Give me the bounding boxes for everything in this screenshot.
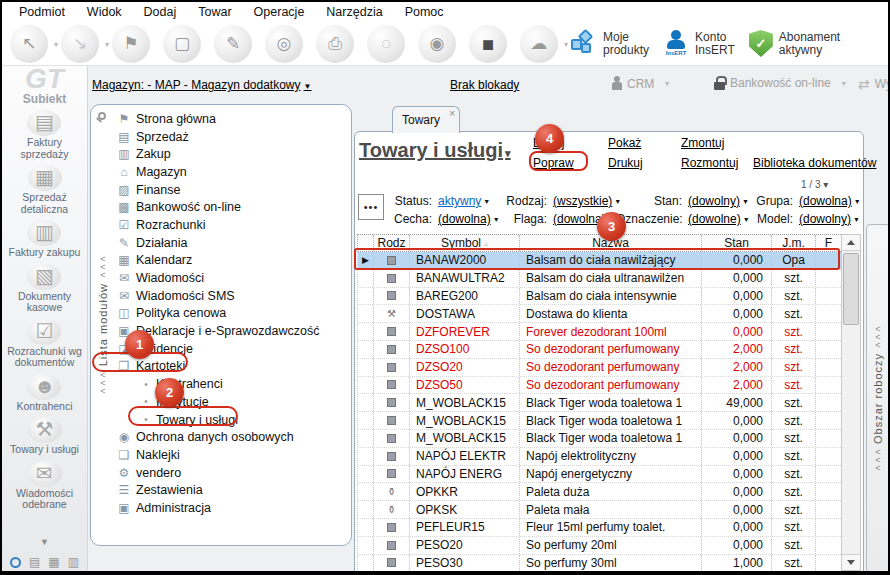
tree-item-magazyn[interactable]: ⌂Magazyn: [115, 163, 349, 181]
table-row[interactable]: ⚱OPKSKPaleta mała0,000szt.: [358, 501, 841, 519]
tree-item-zakup[interactable]: ▥Zakup: [115, 145, 349, 163]
wyslij-odbierz-button[interactable]: ⇄Wyślij/Odbierz▾: [858, 76, 890, 92]
workspace-strip[interactable]: <<< Obszar roboczy <<<: [866, 224, 890, 573]
sidebar-item-dokumenty-kasowe[interactable]: ▧Dokumentykasowe: [18, 264, 71, 314]
menu-item-dodaj[interactable]: Dodaj: [133, 5, 188, 19]
new-document-icon[interactable]: ▢: [163, 25, 201, 63]
filter-stan[interactable]: (dowolny): [688, 194, 740, 208]
tree-item-administracja[interactable]: ▣Administracja: [115, 499, 349, 517]
tab-close-icon[interactable]: ×: [449, 108, 455, 119]
magazyn-selector[interactable]: Magazyn: - MAP - Magazyn dodatkowy▼: [92, 78, 311, 92]
edit-document-icon[interactable]: ✎: [214, 25, 252, 63]
sidebar-item-kontrahenci[interactable]: ☻Kontrahenci: [16, 374, 72, 413]
tree-item-zestawienia[interactable]: ☰Zestawienia: [115, 481, 349, 499]
tree-item-wiadomosci[interactable]: ✉Wiadomości: [115, 269, 349, 287]
scroll-up-icon[interactable]: [842, 235, 860, 251]
tree-item-naklejki[interactable]: ❏Naklejki: [115, 446, 349, 464]
menu-item-narzędzia[interactable]: Narzędzia: [315, 5, 393, 19]
action-zmontuj[interactable]: Zmontuj: [681, 136, 724, 150]
sidebar-item-towary-i-uslugi[interactable]: ⚒Towary i usługi: [10, 417, 79, 456]
tree-item-bankowosc-on-line[interactable]: ▩Bankowość on-line: [115, 198, 349, 216]
annotation-badge-3: 3: [597, 212, 626, 241]
table-row[interactable]: PESO30So perfumy 30ml1,000szt.: [358, 555, 841, 571]
tree-item-kontrahenci[interactable]: •Kontrahenci: [115, 375, 349, 393]
scrollbar-thumb[interactable]: [843, 253, 859, 325]
crm-button[interactable]: CRM▾: [612, 76, 669, 91]
tree-item-wiadomosci-sms[interactable]: ✉Wiadomości SMS: [115, 287, 349, 305]
sidebar-view-box-icon[interactable]: ▥: [68, 554, 79, 570]
menu-item-pomoc[interactable]: Pomoc: [394, 5, 455, 19]
tree-item-dzialania[interactable]: ✎Działania: [115, 234, 349, 252]
table-row[interactable]: M_WOBLACK15Black Tiger woda toaletowa 14…: [358, 394, 841, 412]
sidebar-item-faktury-zakupu[interactable]: ▥Faktury zakupu: [9, 220, 81, 259]
filter-rodzaj[interactable]: (wszystkie): [553, 194, 612, 208]
page-title[interactable]: Towary i usługi▾: [359, 139, 511, 162]
cube-icon[interactable]: ■: [469, 25, 507, 63]
table-row[interactable]: DZFOREVERForever dezodorant 100ml0,000sz…: [358, 323, 841, 341]
find-document-icon[interactable]: ◎: [265, 25, 303, 63]
filter-model[interactable]: (dowolny): [799, 212, 851, 226]
sidebar-items: ▤Fakturysprzedaży▦Sprzedażdetaliczna▥Fak…: [2, 110, 87, 511]
sidebar-view-sales-icon[interactable]: ▤: [29, 554, 40, 570]
more-filters-button[interactable]: •••: [358, 194, 384, 220]
tree-item-strona-glowna[interactable]: ⚑Strona główna: [115, 110, 349, 128]
print-icon[interactable]: ⎙: [316, 25, 354, 63]
filter-oznaczenie[interactable]: (dowolne): [688, 212, 741, 226]
abonament-button[interactable]: ✓ Abonament aktywny: [749, 30, 876, 57]
table-row[interactable]: DZSO100So dezodorant perfumowany2,000szt…: [358, 341, 841, 359]
action-rozmontuj[interactable]: Rozmontuj: [681, 156, 738, 170]
table-scrollbar[interactable]: [841, 234, 861, 571]
sidebar-collapse-icon[interactable]: ▼: [2, 537, 87, 547]
module-strip[interactable]: <<< Lista modułów <<<: [91, 105, 115, 545]
menu-item-towar[interactable]: Towar: [187, 5, 242, 19]
konto-insert-button[interactable]: InsERT KontoInsERT: [663, 30, 735, 58]
blokada-link[interactable]: Brak blokady: [450, 78, 519, 92]
action-pokaz[interactable]: Pokaż: [608, 136, 641, 150]
tree-item-rozrachunki[interactable]: ☑Rozrachunki: [115, 216, 349, 234]
table-row[interactable]: ⚱OPKKRPaleta duża0,000szt.: [358, 483, 841, 501]
tree-item-vendero[interactable]: ⚙vendero: [115, 464, 349, 482]
menu-item-operacje[interactable]: Operacje: [243, 5, 316, 19]
table-row[interactable]: NAPÓJ ENERGNapój energetyczny0,000szt.: [358, 466, 841, 484]
table-row[interactable]: BAREG200Balsam do ciała intensywnie0,000…: [358, 288, 841, 306]
refresh-icon[interactable]: ◌: [367, 25, 405, 63]
table-row[interactable]: BANAWULTRA2Balsam do ciała ultranawilżen…: [358, 270, 841, 288]
tree-item-polityka-cenowa[interactable]: ◫Polityka cenowa: [115, 305, 349, 323]
nav-back-icon[interactable]: ↖▾: [10, 25, 48, 63]
flag-icon[interactable]: ⚑: [112, 25, 150, 63]
tree-item-kalendarz[interactable]: ▦Kalendarz: [115, 252, 349, 270]
filter-cecha[interactable]: (dowolna): [438, 212, 491, 226]
menu-item-widok[interactable]: Widok: [76, 5, 133, 19]
sidebar-item-faktury-sprzedazy[interactable]: ▤Fakturysprzedaży: [21, 110, 69, 160]
globe-icon[interactable]: ◉: [418, 25, 456, 63]
table-row[interactable]: PEFLEUR15Fleur 15ml perfumy toalet.0,000…: [358, 519, 841, 537]
sidebar-item-rozrachunki-wg-dokumentow[interactable]: ☑Rozrachunki wgdokumentów: [7, 319, 82, 369]
filter-status[interactable]: aktywny: [438, 194, 481, 208]
tree-item-ochrona-danych-osobowych[interactable]: ◉Ochrona danych osobowych: [115, 428, 349, 446]
table-row[interactable]: NAPÓJ ELEKTRNapój elektrolityczny0,000sz…: [358, 448, 841, 466]
sidebar-view-circle-icon[interactable]: [10, 557, 21, 568]
menu-item-podmiot[interactable]: Podmiot: [8, 5, 76, 19]
moje-produkty-button[interactable]: Mojeprodukty: [571, 31, 649, 57]
cloud-sync-icon[interactable]: ☁▾: [520, 25, 558, 63]
action-biblioteka[interactable]: Biblioteka dokumentów: [753, 156, 876, 170]
filter-grupa[interactable]: (dowolna): [799, 194, 852, 208]
product-icon: [387, 363, 396, 372]
table-row[interactable]: DZSO50So dezodorant perfumowany2,000szt.: [358, 377, 841, 395]
sidebar-item-wiadomosci-odebrane[interactable]: ✉Wiadomościodebrane: [16, 461, 73, 511]
tree-item-sprzedaz[interactable]: ▤Sprzedaż: [115, 128, 349, 146]
sidebar-view-basket-icon[interactable]: ▦: [48, 554, 59, 570]
filter-pager[interactable]: 1 / 3 ▾: [801, 179, 828, 190]
nav-forward-icon[interactable]: ↘▾: [61, 25, 99, 63]
table-row[interactable]: M_WOBLACK15Black Tiger woda toaletowa 10…: [358, 412, 841, 430]
table-row[interactable]: ⚒DOSTAWADostawa do klienta0,000szt.: [358, 305, 841, 323]
scroll-down-icon[interactable]: [842, 554, 860, 570]
bankowosc-button[interactable]: Bankowość on-line▾: [714, 76, 846, 90]
action-drukuj[interactable]: Drukuj: [608, 156, 643, 170]
table-row[interactable]: DZSO20So dezodorant perfumowany2,000szt.: [358, 359, 841, 377]
tab-towary[interactable]: Towary ×: [392, 106, 460, 133]
table-row[interactable]: M_WOBLACK15Black Tiger woda toaletowa 10…: [358, 430, 841, 448]
tree-item-finanse[interactable]: ▨Finanse: [115, 181, 349, 199]
sidebar-item-sprzedaz-detaliczna[interactable]: ▦Sprzedażdetaliczna: [21, 165, 68, 215]
table-row[interactable]: PESO20So perfumy 20ml0,000szt.: [358, 537, 841, 555]
